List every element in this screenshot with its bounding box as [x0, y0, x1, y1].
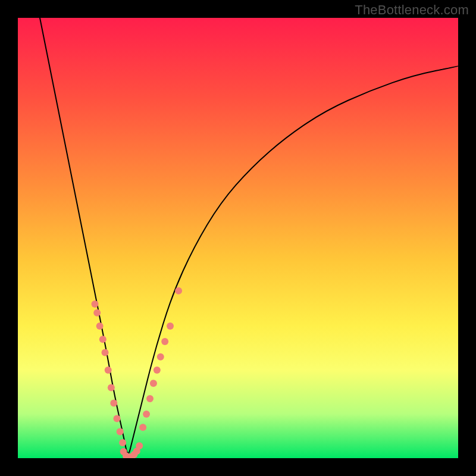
data-point: [108, 384, 115, 392]
plot-area: [18, 18, 458, 458]
data-point: [96, 322, 104, 330]
data-point: [110, 400, 117, 407]
data-point: [136, 442, 143, 449]
data-point: [93, 309, 101, 317]
data-point: [105, 367, 112, 374]
series-right-dots: [139, 287, 182, 431]
data-point: [150, 380, 157, 387]
watermark-text: TheBottleneck.com: [355, 2, 469, 18]
data-point: [157, 353, 164, 361]
chart-svg: [18, 18, 458, 458]
data-point: [161, 338, 168, 345]
chart-frame: TheBottleneck.com: [0, 0, 476, 476]
data-point: [102, 349, 109, 356]
data-point: [114, 415, 121, 422]
data-point: [119, 439, 126, 446]
data-point: [139, 424, 146, 431]
data-point: [146, 395, 154, 402]
data-point: [99, 336, 107, 343]
data-point: [117, 428, 124, 436]
data-point: [167, 322, 174, 330]
data-point: [92, 300, 99, 308]
data-point: [154, 367, 161, 374]
data-point: [175, 287, 182, 295]
data-point: [143, 411, 150, 418]
series-curve: [40, 18, 458, 453]
